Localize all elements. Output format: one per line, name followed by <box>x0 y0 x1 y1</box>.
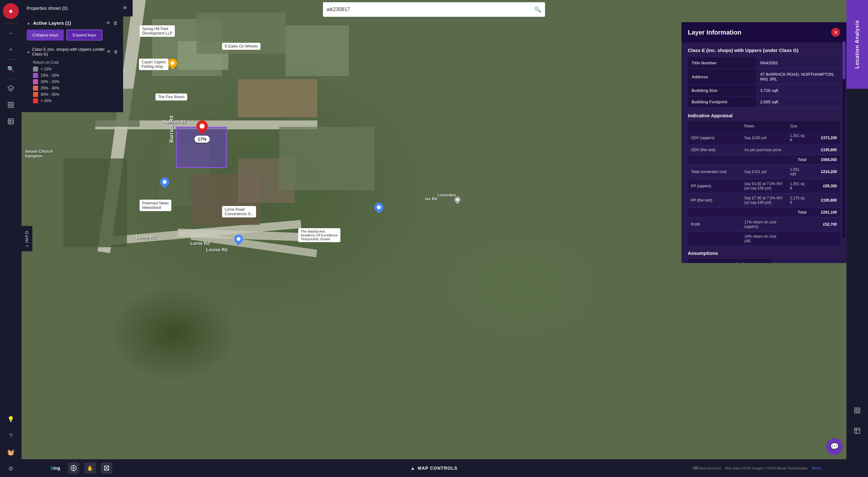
eye-icon[interactable]: 👁 <box>122 5 127 11</box>
left-sidebar: ● − + 🔍 💡 ? 🧺 ⚙ <box>0 0 22 477</box>
layers-eye-icon[interactable]: 👁 <box>106 20 111 26</box>
map-controls-label: MAP CONTROLS <box>418 466 458 471</box>
appraisal-value-profit: £52,700 <box>810 217 840 232</box>
sidebar-icon-settings[interactable]: ⚙ <box>4 462 18 476</box>
sidebar-icon-analytics[interactable] <box>4 98 18 112</box>
chat-button[interactable]: 💬 <box>826 438 843 455</box>
location-analysis-tab[interactable]: Location Analysis <box>846 0 868 89</box>
appraisal-header-label <box>688 122 741 131</box>
collapse-keys-button[interactable]: Collapse keys <box>27 30 64 41</box>
legend-item-0: < 15% <box>33 67 118 72</box>
appraisal-row-gdv-rest: GDV (the rest) As per purchase price £19… <box>688 145 840 155</box>
info-label-building-size: Building Size <box>688 85 756 96</box>
bottom-copyright: ⌨ bard shortcuts Map data ©2024 Imagery … <box>693 459 846 477</box>
assumption-row-spec: Assumed residential specification Low <box>688 259 840 263</box>
info-value-title-number: NN43593 <box>756 57 840 69</box>
appraisal-label-gdv-rest: GDV (the rest) <box>688 145 741 155</box>
appraisal-rate-conversion: Say £151 psf <box>741 165 787 179</box>
basic-info-table: Title Number NN43593 Address 47 BARRACK … <box>688 57 840 108</box>
sidebar-icon-minus[interactable]: − <box>4 26 18 40</box>
panel-class-title: Class E (inc. shops) with Uppers (under … <box>688 47 840 53</box>
layer-eye-icon[interactable]: 👁 <box>106 49 111 54</box>
bing-logo[interactable]: bing <box>47 464 64 473</box>
sidebar-icon-layers[interactable] <box>4 81 18 95</box>
svg-rect-13 <box>855 411 857 413</box>
info-row-building-size: Building Size 3,726 sqft <box>688 85 840 96</box>
sidebar-icon-table[interactable] <box>4 114 18 128</box>
panel-title: Layer Information <box>688 29 741 36</box>
sidebar-icon-bulb[interactable]: 💡 <box>4 412 18 426</box>
info-label-title-number: Title Number <box>688 57 756 69</box>
properties-shown-text: Properties shown (0) <box>27 6 68 11</box>
legend-label-5: > 35% <box>41 99 52 103</box>
appraisal-size-total-2: Total <box>787 208 810 217</box>
legend-item-3: 25% - 30% <box>33 86 118 91</box>
sidebar-icon-basket[interactable]: 🧺 <box>4 445 18 459</box>
info-value-footprint: 2,695 sqft <box>756 96 840 108</box>
appraisal-rate-pp-rest: Say £7.00 at 7.0% NIY (so say £90 psf) <box>741 193 787 208</box>
map-marker[interactable]: 17% <box>194 121 210 143</box>
legend-item-5: > 35% <box>33 98 118 103</box>
svg-rect-7 <box>8 119 13 124</box>
legend-label-3: 25% - 30% <box>41 86 59 90</box>
svg-rect-11 <box>855 408 857 410</box>
appraisal-rate-profit-all: 10% return on cost (all) <box>741 232 787 246</box>
appraisal-row-pp-rest: PP (the rest) Say £7.00 at 7.0% NIY (so … <box>688 193 840 208</box>
sidebar-icon-search[interactable]: 🔍 <box>4 62 18 76</box>
appraisal-row-total-1: Total £568,000 <box>688 155 840 165</box>
app-logo[interactable]: ● <box>3 3 19 19</box>
appraisal-header-value <box>810 122 840 131</box>
appraisal-size-profit <box>787 217 810 232</box>
right-sidebar-icon-1[interactable] <box>850 404 864 417</box>
sidebar-icon-help[interactable]: ? <box>4 429 18 443</box>
legend-item-4: 30% - 35% <box>33 92 118 97</box>
layer-chevron[interactable]: ▲ <box>27 50 30 54</box>
appraisal-value-profit-all <box>810 232 840 246</box>
svg-point-0 <box>199 124 205 129</box>
appraisal-value-pp-uppers: £85,300 <box>810 179 840 193</box>
legend-label-4: 30% - 35% <box>41 92 59 97</box>
expand-keys-button[interactable]: Expand keys <box>66 30 102 41</box>
right-sidebar: Location Analysis <box>846 0 868 477</box>
appraisal-rate-pp-uppers: Say £4.00 at 7.0% NIY (so say £55 psf) <box>741 179 787 193</box>
sidebar-icon-plus[interactable]: + <box>4 43 18 57</box>
draw-tool[interactable] <box>101 463 112 474</box>
layer-legend: Return on Cost < 15% 15% - 20% 20% - 25%… <box>27 59 118 103</box>
layers-title-text: Active Layers (1) <box>33 20 71 26</box>
info-tab[interactable]: › INFO <box>22 226 32 251</box>
terms-link[interactable]: Terms <box>811 466 821 470</box>
search-icon[interactable]: 🔍 <box>534 6 541 13</box>
layer-delete-icon[interactable]: 🗑 <box>114 49 118 54</box>
layers-delete-icon[interactable]: 🗑 <box>113 20 118 26</box>
assumption-value-spec: Low <box>772 259 840 263</box>
panel-scrollbar[interactable] <box>843 41 845 238</box>
pan-tool[interactable]: ✋ <box>84 463 96 474</box>
right-sidebar-icon-2[interactable] <box>850 424 864 438</box>
panel-close-button[interactable]: ✕ <box>831 28 840 37</box>
svg-rect-12 <box>858 408 860 410</box>
svg-marker-2 <box>8 86 13 90</box>
compass-tool[interactable] <box>68 463 79 474</box>
map-controls-button[interactable]: ▲ MAP CONTROLS <box>410 466 458 471</box>
location-analysis-label: Location Analysis <box>855 20 860 68</box>
appraisal-size-conversion: 1,551 sqft <box>787 165 810 179</box>
appraisal-label-total-2 <box>688 208 741 217</box>
layers-chevron[interactable]: ▲ <box>27 21 30 25</box>
svg-rect-5 <box>8 106 10 107</box>
appraisal-value-total-1: £568,000 <box>810 155 840 165</box>
assumptions-title: Assumptions <box>688 250 840 256</box>
appraisal-row-pp-uppers: PP (uppers) Say £4.00 at 7.0% NIY (so sa… <box>688 179 840 193</box>
appraisal-row-conversion: Total conversion cost Say £151 psf 1,551… <box>688 165 840 179</box>
layer-info-panel: Layer Information ✕ Class E (inc. shops)… <box>681 22 846 263</box>
appraisal-row-gdv-uppers: GDV (uppers) Say £240 psf 1,551 sq ft £3… <box>688 131 840 145</box>
appraisal-size-profit-all <box>787 232 810 246</box>
legend-label-2: 20% - 25% <box>41 79 59 84</box>
layers-buttons: Collapse keys Expand keys <box>22 30 123 44</box>
layers-panel: ▲ Active Layers (1) 👁 🗑 Collapse keys Ex… <box>22 16 123 112</box>
appraisal-label-profit-all <box>688 232 741 246</box>
svg-rect-14 <box>858 411 860 413</box>
keyboard-shortcuts-link[interactable]: ⌨ bard shortcuts <box>693 466 721 470</box>
appraisal-label-gdv-uppers: GDV (uppers) <box>688 131 741 145</box>
info-value-building-size: 3,726 sqft <box>756 85 840 96</box>
search-input[interactable] <box>327 7 532 12</box>
